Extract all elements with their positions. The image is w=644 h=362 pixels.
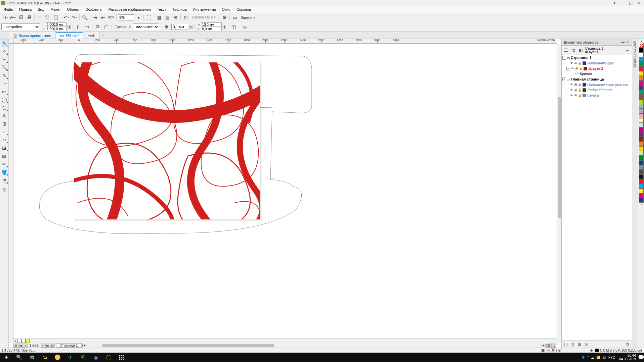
tree-curve[interactable]: 〰 Кривая (562, 71, 632, 76)
portrait-button[interactable]: ▯ (75, 23, 82, 31)
maximize-button[interactable]: ▢ (627, 1, 635, 5)
eyedropper-tool[interactable]: ✑ (1, 160, 8, 168)
all-pages-button[interactable]: ⧉ (94, 23, 101, 31)
palette-swatch[interactable] (639, 104, 644, 109)
menu-tools[interactable]: Инструменты (190, 7, 219, 12)
palette-swatch[interactable] (639, 170, 644, 174)
print-button[interactable]: 🖶 (26, 14, 33, 21)
fullscreen-button[interactable]: ⛶ (145, 14, 153, 21)
treat-as-filled-button[interactable]: ◫ (230, 23, 237, 31)
taskbar-photos[interactable]: 🖼 (115, 353, 128, 362)
shape-tool[interactable]: ✧ (1, 48, 8, 55)
landscape-button[interactable]: ▭ (83, 23, 90, 31)
tray-wifi-icon[interactable]: 📶 (596, 356, 600, 359)
page-preset-select[interactable]: Настройка (1, 23, 40, 30)
palette-swatch[interactable] (639, 193, 644, 198)
taskbar-whatsapp[interactable]: ✆ (77, 353, 89, 362)
show-rulers-button[interactable]: ▦ (156, 14, 163, 21)
tree-layer1[interactable]: − 👁🖶🔓 #Layer 1 (562, 66, 632, 71)
menu-window[interactable]: Окно (219, 7, 233, 12)
minimize-button[interactable]: ─ (618, 1, 627, 5)
redo-button[interactable]: ↷▾ (71, 14, 78, 21)
add-page-button[interactable]: ⊞ (13, 344, 18, 348)
outline-swatch[interactable] (595, 349, 599, 352)
vertical-ruler[interactable] (9, 44, 13, 343)
palette-swatch[interactable] (639, 118, 644, 123)
publish-pdf-button[interactable]: PDF (108, 14, 115, 21)
new-layer-icon[interactable]: ◫ (563, 342, 568, 347)
add-propbar-button[interactable]: ⊕ (241, 24, 248, 31)
taskbar-chrome[interactable]: 🟡 (51, 353, 64, 362)
palette-swatch[interactable] (639, 123, 644, 127)
connector-tool[interactable]: ⤳ (1, 136, 8, 144)
taskbar-explorer[interactable]: 🗂 (38, 353, 51, 362)
dropshadow-tool[interactable]: ◪ (1, 144, 8, 152)
tree-guides-all[interactable]: 👁🖶🔒 Направляющие (все ст (562, 82, 632, 87)
crop-tool[interactable]: ✂ (1, 56, 8, 63)
menu-file[interactable]: Файл (1, 7, 16, 12)
export-button[interactable]: ⇤ (99, 14, 107, 21)
palette-swatch[interactable] (639, 113, 644, 118)
dup-y-input[interactable] (201, 27, 222, 31)
corel-help-icon[interactable]: ● (610, 1, 618, 5)
color-proof-icon[interactable]: ▦ (540, 348, 546, 353)
notification-button[interactable]: 💬 (638, 353, 644, 362)
palette-swatch[interactable] (639, 179, 644, 184)
palette-swatch[interactable] (639, 66, 644, 71)
task-view-button[interactable]: ⧉ (26, 353, 38, 362)
palette-swatch[interactable] (639, 189, 644, 193)
menu-bitmaps[interactable]: Растровые изображения (106, 7, 154, 12)
tree-guides[interactable]: 👁🖶🔒 Направляющие (562, 60, 632, 66)
prev-page-button[interactable]: ◂ (23, 344, 28, 348)
new-button[interactable]: 🗋▾ (1, 14, 9, 21)
horizontal-ruler[interactable]: миллиметры -600-400-20002004006008001000… (13, 39, 557, 44)
tree-toggle-layer1[interactable]: − (566, 67, 570, 70)
swatch-white[interactable] (22, 339, 26, 343)
swatch-prev[interactable]: ▸ (14, 339, 17, 343)
dimension-tool[interactable]: ↔ (1, 128, 8, 136)
taskbar-clock[interactable]: 20:44 04.05.2019 (617, 354, 638, 361)
tab-doc1[interactable]: из-455.cdr* (56, 32, 83, 39)
zoom-tool-button[interactable]: 🔍 (551, 344, 556, 348)
hscroll-left[interactable]: ◂ (82, 344, 86, 347)
freehand-tool[interactable]: ✎ (1, 72, 8, 79)
palette-up[interactable]: ▴ (641, 40, 642, 43)
palette-swatch[interactable] (639, 146, 644, 151)
palette-swatch[interactable] (639, 151, 644, 156)
hscroll-right[interactable]: ▸ (542, 344, 546, 347)
tree-master[interactable]: − ▭ Главная страница (562, 76, 632, 82)
transparency-tool[interactable]: ▨ (1, 152, 8, 160)
docker-titlebar[interactable]: Диспетчер объектов ◂◂ ✕ (562, 39, 632, 46)
taskbar-discord[interactable]: ◉ (89, 353, 102, 362)
object-tree[interactable]: − ▭ Страница 1 👁🖶🔒 Направляющие − 👁🖶🔓 #L… (562, 55, 632, 340)
import-button[interactable]: ⇥ (91, 14, 99, 21)
show-guides-button[interactable]: ⊞ (172, 14, 179, 21)
menu-view[interactable]: Вид (35, 7, 47, 12)
docker-close-icon[interactable]: ✕ (625, 40, 630, 44)
zoom-dropdown[interactable]: ▾ (135, 14, 142, 21)
new-tab-button[interactable]: + (100, 33, 106, 39)
tray-lang[interactable]: РУС (608, 356, 615, 359)
palette-swatch[interactable] (639, 174, 644, 179)
new-master-layer-icon[interactable]: ⧉ (570, 342, 575, 347)
fill-none-swatch[interactable] (551, 349, 555, 352)
ellipse-tool[interactable]: ◯ (1, 96, 8, 103)
palette-swatch[interactable] (639, 57, 644, 62)
fill-tool[interactable]: 🪣 (1, 168, 8, 176)
close-button[interactable]: ✕ (635, 1, 643, 5)
next-page-button[interactable]: ▸ (41, 344, 45, 348)
table-tool[interactable]: ⊞ (1, 120, 8, 127)
tray-up-icon[interactable]: ˄ (587, 356, 589, 359)
system-tray[interactable]: 👤 ˄ ☁ 📶 🔊 РУС (581, 356, 617, 359)
outline-tool[interactable]: ◔ (1, 176, 8, 184)
palette-swatch[interactable] (639, 85, 644, 90)
palette-swatch[interactable] (639, 90, 644, 95)
palette-swatch[interactable] (639, 184, 644, 189)
copy-button[interactable]: ⿻ (44, 14, 51, 21)
taskbar-coreldraw[interactable]: ◯ (102, 353, 115, 362)
palette-none[interactable] (639, 43, 644, 48)
horizontal-scrollbar[interactable]: ◂ ▸ (82, 344, 546, 347)
tray-cloud-icon[interactable]: ☁ (591, 356, 594, 359)
layer-options-icon[interactable]: ◧ (578, 47, 584, 53)
launch-dropdown[interactable]: Запуск ▾ (239, 15, 256, 19)
